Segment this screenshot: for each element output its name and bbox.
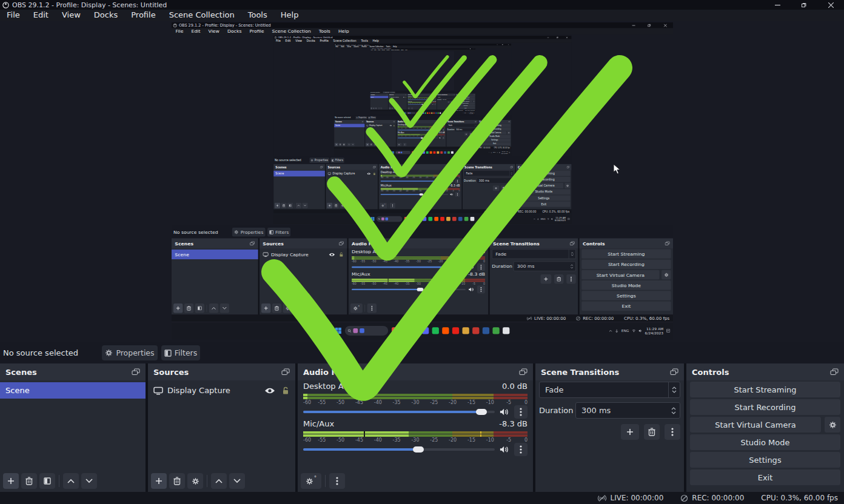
visibility-eye-icon[interactable] — [367, 172, 370, 174]
scene-filters-button[interactable] — [39, 473, 55, 489]
soundcloud-icon[interactable] — [434, 217, 438, 221]
lock-icon[interactable] — [394, 125, 395, 127]
popout-icon[interactable] — [475, 121, 477, 123]
popout-icon[interactable] — [454, 94, 455, 95]
taskbar-clock[interactable]: 11:29 AM 6/24/2023 — [469, 112, 473, 114]
duration-spinner[interactable]: 300 ms — [514, 262, 576, 271]
youtube-icon[interactable] — [434, 151, 436, 154]
volume-slider[interactable] — [381, 181, 449, 181]
sources-dock-header[interactable]: Sources — [148, 363, 295, 380]
volume-slider-knob[interactable] — [476, 409, 487, 415]
visibility-eye-icon[interactable] — [329, 252, 335, 256]
spinner-chevrons-icon[interactable] — [511, 179, 512, 182]
notification-icon[interactable] — [474, 113, 475, 113]
volume-tray-icon[interactable] — [468, 113, 469, 113]
notification-icon[interactable] — [666, 329, 671, 333]
move-scene-up-button[interactable] — [209, 303, 218, 313]
duration-spinner[interactable]: 300 ms — [455, 128, 477, 131]
filters-button[interactable]: Filters — [368, 116, 376, 119]
menu-file[interactable]: File — [172, 28, 187, 35]
menu-edit[interactable]: Edit — [27, 10, 55, 21]
spotify-icon[interactable] — [425, 112, 426, 113]
settings-button[interactable]: Settings — [581, 291, 671, 300]
youtube-icon[interactable] — [429, 112, 430, 113]
discord-icon[interactable] — [423, 151, 425, 154]
menu-view[interactable]: View — [204, 28, 223, 35]
start-button[interactable] — [370, 217, 374, 220]
studio-mode-button[interactable]: Studio Mode — [517, 189, 571, 194]
speaker-icon[interactable] — [450, 193, 454, 196]
word-icon[interactable] — [435, 112, 437, 113]
taskbar-search[interactable] — [395, 151, 410, 154]
network-icon[interactable] — [467, 113, 467, 113]
virtual-camera-config-button[interactable] — [825, 417, 840, 433]
taskbar-search[interactable] — [377, 216, 402, 222]
move-scene-down-button[interactable] — [380, 107, 382, 109]
volume-slider[interactable] — [398, 138, 438, 138]
photos-app-icon[interactable] — [417, 217, 421, 221]
display-capture-preview[interactable]: OBS 29.1.2 - Profile: Display - Scenes: … — [273, 36, 571, 224]
advanced-audio-button[interactable]: ° — [407, 107, 410, 109]
scene-filters-button[interactable] — [195, 303, 204, 313]
preview-area[interactable] — [370, 51, 475, 91]
filters-button[interactable]: Filters — [330, 158, 344, 163]
taskbar-search[interactable] — [345, 326, 388, 336]
google-drive-icon[interactable] — [402, 327, 409, 334]
obs-icon[interactable] — [503, 327, 509, 334]
popout-icon[interactable] — [508, 121, 510, 123]
scene-list-item-selected[interactable]: Scene — [0, 382, 146, 399]
volume-slider-knob[interactable] — [417, 288, 423, 291]
start-button[interactable] — [335, 328, 341, 334]
add-scene-button[interactable] — [173, 303, 183, 313]
exit-button[interactable]: Exit — [690, 469, 840, 485]
popout-icon[interactable] — [339, 241, 344, 245]
powerpoint-icon[interactable] — [434, 112, 435, 113]
remove-source-button[interactable] — [370, 143, 373, 146]
volume-slider-knob[interactable] — [429, 99, 430, 100]
source-list-item[interactable]: Display Capture — [148, 382, 295, 399]
popout-icon[interactable] — [405, 94, 406, 95]
display-capture-preview[interactable]: OBS 29.1.2 - Profile: Display - Scenes: … — [334, 44, 511, 156]
move-scene-up-button[interactable] — [296, 203, 301, 208]
powerpoint-icon[interactable] — [472, 327, 479, 334]
visibility-eye-icon[interactable] — [403, 96, 404, 97]
popout-icon[interactable] — [362, 121, 364, 123]
transition-select[interactable]: Fade — [447, 124, 477, 127]
remove-source-button[interactable] — [169, 473, 185, 489]
google-drive-icon[interactable] — [415, 151, 418, 154]
filters-button[interactable]: Filters — [267, 228, 290, 237]
menu-edit[interactable]: Edit — [187, 28, 204, 35]
properties-button[interactable]: Properties — [232, 228, 266, 237]
properties-button[interactable]: Properties — [102, 345, 158, 360]
language-indicator[interactable]: ENG — [493, 152, 496, 153]
settings-button[interactable]: Settings — [479, 139, 511, 142]
speaker-icon[interactable] — [432, 104, 434, 105]
start-streaming-button[interactable]: Start Streaming — [517, 170, 571, 176]
volume-slider[interactable] — [398, 130, 438, 130]
source-properties-button[interactable] — [187, 473, 203, 489]
start-recording-button[interactable]: Start Recording — [517, 177, 571, 182]
remove-source-button[interactable] — [272, 303, 281, 313]
settings-button[interactable]: Settings — [690, 452, 840, 468]
powerpoint-icon[interactable] — [440, 151, 443, 154]
move-source-up-button[interactable] — [378, 143, 381, 146]
audio-mixer-dock-header[interactable]: Audio Mixer — [298, 363, 533, 380]
properties-button[interactable]: Properties — [355, 116, 367, 119]
lock-icon[interactable] — [405, 96, 406, 98]
controls-dock-header[interactable]: Controls — [686, 363, 844, 380]
youtube-icon[interactable] — [440, 217, 444, 221]
transition-menu-button[interactable] — [453, 101, 455, 103]
preview-area[interactable]: OBS 29.1.2 - Profile: Display - Scenes: … — [172, 35, 673, 226]
audio-mixer-dock-header[interactable]: Audio Mixer — [379, 164, 462, 170]
soundcloud-icon[interactable] — [427, 112, 428, 113]
word-icon[interactable] — [458, 217, 463, 221]
exit-button[interactable]: Exit — [456, 107, 475, 108]
minimize-button[interactable] — [626, 22, 641, 28]
remove-transition-button[interactable] — [644, 424, 660, 440]
remove-transition-button[interactable] — [450, 101, 452, 103]
exit-button[interactable]: Exit — [517, 202, 571, 207]
volume-slider-knob[interactable] — [421, 104, 423, 105]
move-scene-down-button[interactable] — [302, 203, 307, 208]
transition-menu-button[interactable] — [665, 424, 680, 440]
scenes-dock-header[interactable]: Scenes — [334, 120, 364, 124]
